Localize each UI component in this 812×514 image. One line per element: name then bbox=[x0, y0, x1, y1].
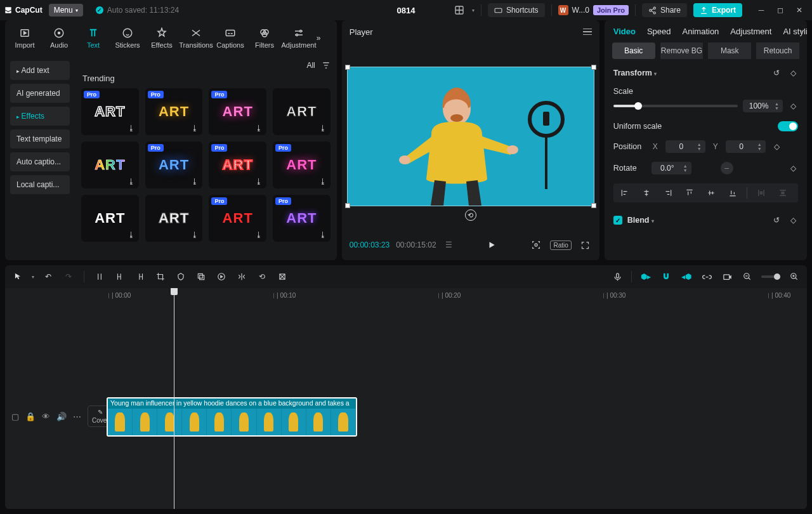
magnet-tool[interactable] bbox=[660, 270, 672, 283]
menu-button[interactable]: Menu▾ bbox=[49, 4, 83, 16]
align-center-v[interactable] bbox=[702, 186, 720, 200]
keyframe-position-icon[interactable]: ◇ bbox=[772, 142, 782, 152]
effect-card[interactable]: ART⭳ bbox=[145, 195, 203, 242]
effect-card[interactable]: ART⭳ bbox=[81, 142, 139, 188]
duplicate-tool[interactable] bbox=[195, 270, 207, 283]
split-tool[interactable] bbox=[93, 270, 106, 283]
blend-checkbox[interactable]: ✓ bbox=[613, 216, 622, 225]
prop-tabs-more[interactable]: › bbox=[801, 27, 803, 36]
list-icon[interactable]: ☰ bbox=[443, 239, 455, 251]
subtab-basic[interactable]: Basic bbox=[612, 43, 655, 59]
sidemenu-ai-generated[interactable]: AI generated bbox=[10, 84, 70, 103]
handle-tr[interactable] bbox=[591, 65, 596, 70]
gallery-all[interactable]: All bbox=[306, 61, 315, 70]
download-icon[interactable]: ⭳ bbox=[191, 230, 199, 239]
effect-card[interactable]: ProART⭳ bbox=[209, 88, 266, 135]
shortcuts-button[interactable]: Shortcuts bbox=[488, 3, 545, 17]
align-right[interactable] bbox=[659, 186, 677, 200]
fullscreen-icon[interactable] bbox=[579, 239, 592, 251]
download-icon[interactable]: ⭳ bbox=[191, 177, 199, 186]
download-icon[interactable]: ⭳ bbox=[255, 124, 263, 133]
crop-tool[interactable] bbox=[154, 270, 167, 283]
handle-tl[interactable] bbox=[345, 65, 350, 70]
position-y-input[interactable]: ▲▼ bbox=[726, 140, 766, 153]
effect-card[interactable]: ProART⭳ bbox=[145, 142, 203, 188]
sidemenu-add-text[interactable]: Add text bbox=[10, 61, 70, 80]
scale-value[interactable]: ▲▼ bbox=[743, 100, 783, 112]
sidemenu-auto-captions[interactable]: Auto captio... bbox=[10, 152, 70, 171]
reset-transform-icon[interactable]: ↺ bbox=[771, 68, 782, 78]
undo-button[interactable]: ↶ bbox=[42, 270, 55, 283]
track-mute-icon[interactable]: 🔊 bbox=[56, 412, 67, 421]
mirror-tool[interactable] bbox=[235, 270, 248, 283]
sidemenu-text-template[interactable]: Text template bbox=[10, 129, 70, 148]
keyframe-scale-icon[interactable]: ◇ bbox=[788, 101, 798, 111]
rotate-tool[interactable]: ⟲ bbox=[256, 270, 268, 283]
mic-icon[interactable] bbox=[611, 270, 624, 283]
split-right[interactable] bbox=[134, 270, 147, 283]
keyframe-transform-icon[interactable]: ◇ bbox=[788, 68, 798, 78]
subtab-removebg[interactable]: Remove BG bbox=[660, 43, 704, 59]
subtab-mask[interactable]: Mask bbox=[708, 43, 751, 59]
tab-import[interactable]: Import bbox=[8, 25, 42, 51]
zoom-out[interactable] bbox=[741, 270, 754, 283]
zoom-slider[interactable] bbox=[761, 275, 780, 278]
keyframe-blend-icon[interactable]: ◇ bbox=[788, 215, 798, 225]
maximize-button[interactable]: ◻ bbox=[771, 3, 789, 18]
align-top[interactable] bbox=[681, 186, 698, 200]
rotate-input[interactable]: ▲▼ bbox=[652, 162, 691, 175]
snap-left[interactable]: ⬢▸ bbox=[639, 270, 652, 283]
handle-bl[interactable] bbox=[345, 203, 350, 208]
reset-blend-icon[interactable]: ↺ bbox=[771, 215, 782, 225]
tab-text[interactable]: Text bbox=[76, 25, 110, 51]
effect-card[interactable]: ProART⭳ bbox=[209, 142, 266, 188]
zoom-in[interactable] bbox=[788, 270, 801, 283]
position-x-input[interactable]: ▲▼ bbox=[665, 140, 705, 153]
track-collapse-icon[interactable]: ▢ bbox=[11, 412, 19, 421]
project-title[interactable]: 0814 bbox=[397, 6, 416, 15]
effect-card[interactable]: ProART⭳ bbox=[81, 88, 139, 135]
handle-br[interactable] bbox=[591, 203, 596, 208]
export-button[interactable]: Export bbox=[693, 3, 742, 17]
minimize-button[interactable]: ─ bbox=[752, 3, 770, 18]
flip-button[interactable]: – bbox=[721, 162, 733, 175]
more-tabs-icon[interactable]: » bbox=[317, 34, 334, 43]
prop-tab-adjustment[interactable]: Adjustment bbox=[730, 27, 771, 36]
filter-icon[interactable] bbox=[322, 61, 331, 70]
video-clip[interactable]: Young man influencer in yellow hoodie da… bbox=[107, 397, 357, 437]
tab-effects[interactable]: Effects bbox=[145, 25, 179, 51]
preview-tool[interactable] bbox=[721, 270, 733, 283]
close-button[interactable]: ✕ bbox=[790, 3, 808, 18]
player-menu-icon[interactable] bbox=[583, 29, 592, 36]
download-icon[interactable]: ⭳ bbox=[128, 177, 135, 186]
effect-card[interactable]: ProART⭳ bbox=[273, 142, 331, 188]
snap-right[interactable]: ◂⬢ bbox=[680, 270, 693, 283]
layout-icon[interactable] bbox=[453, 4, 466, 16]
cursor-tool[interactable] bbox=[11, 270, 24, 283]
effect-card[interactable]: ProART⭳ bbox=[209, 195, 266, 242]
keyframe-rotate-icon[interactable]: ◇ bbox=[788, 163, 798, 173]
scan-icon[interactable] bbox=[530, 239, 542, 251]
align-bottom[interactable] bbox=[724, 186, 742, 200]
download-icon[interactable]: ⭳ bbox=[319, 124, 327, 133]
tab-stickers[interactable]: Stickers bbox=[110, 25, 145, 51]
link-tool[interactable] bbox=[700, 270, 713, 283]
preview-canvas[interactable]: ⟲ bbox=[347, 67, 594, 206]
split-left[interactable] bbox=[114, 270, 126, 283]
track-visible-icon[interactable]: 👁 bbox=[42, 412, 50, 421]
track-lock-icon[interactable]: 🔒 bbox=[25, 412, 36, 421]
download-icon[interactable]: ⭳ bbox=[128, 124, 135, 133]
effect-card[interactable]: ProART⭳ bbox=[273, 195, 331, 242]
uniform-scale-toggle[interactable] bbox=[778, 121, 798, 131]
align-left[interactable] bbox=[616, 186, 634, 200]
download-icon[interactable]: ⭳ bbox=[191, 124, 199, 133]
download-icon[interactable]: ⭳ bbox=[255, 230, 263, 239]
sidemenu-local-captions[interactable]: Local capti... bbox=[10, 175, 70, 194]
subtab-retouch[interactable]: Retouch bbox=[756, 43, 799, 59]
prop-tab-animation[interactable]: Animation bbox=[683, 27, 719, 36]
share-button[interactable]: Share bbox=[642, 3, 687, 17]
scale-slider[interactable] bbox=[613, 105, 738, 107]
timeline[interactable]: | 00:00| 00:10| 00:20| 00:30| 00:40 ▢ 🔒 … bbox=[5, 288, 807, 509]
effect-card[interactable]: ART⭳ bbox=[273, 88, 331, 135]
download-icon[interactable]: ⭳ bbox=[255, 177, 263, 186]
